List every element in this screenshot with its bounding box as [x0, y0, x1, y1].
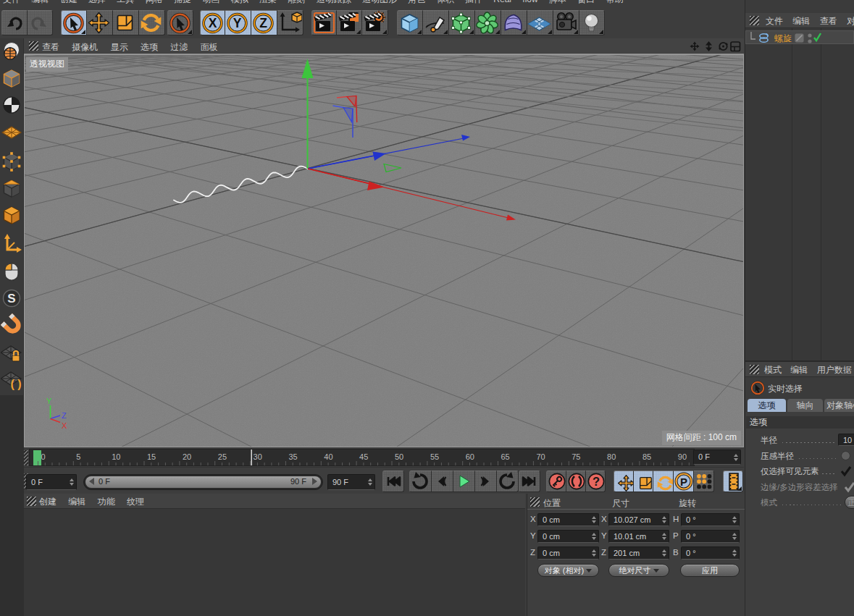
- svg-text:10: 10: [112, 452, 120, 461]
- svg-text:50: 50: [395, 452, 403, 461]
- svg-text:P: P: [680, 476, 687, 488]
- svg-text:( ): ( ): [10, 378, 21, 390]
- svg-text:60: 60: [466, 452, 474, 461]
- svg-text:70: 70: [536, 452, 545, 461]
- svg-text:85: 85: [642, 452, 651, 461]
- svg-text:S: S: [7, 292, 15, 305]
- svg-text:螺旋: 螺旋: [774, 33, 792, 43]
- svg-text:?: ?: [593, 475, 600, 488]
- svg-text:55: 55: [430, 452, 439, 461]
- svg-text:Z: Z: [259, 16, 267, 30]
- svg-text:35: 35: [288, 452, 297, 461]
- svg-text:30: 30: [254, 452, 262, 461]
- svg-text:75: 75: [572, 452, 580, 461]
- svg-text:0: 0: [41, 452, 46, 461]
- svg-text:20: 20: [183, 452, 191, 461]
- svg-text:Y: Y: [233, 16, 242, 30]
- svg-text:90: 90: [678, 452, 687, 461]
- svg-text:X: X: [209, 16, 217, 30]
- svg-text:5: 5: [76, 452, 80, 461]
- svg-text:80: 80: [607, 452, 616, 461]
- svg-text:45: 45: [359, 452, 368, 461]
- svg-text:40: 40: [324, 452, 332, 461]
- svg-text:65: 65: [501, 452, 510, 461]
- svg-text:25: 25: [218, 452, 227, 461]
- svg-text:15: 15: [147, 452, 156, 461]
